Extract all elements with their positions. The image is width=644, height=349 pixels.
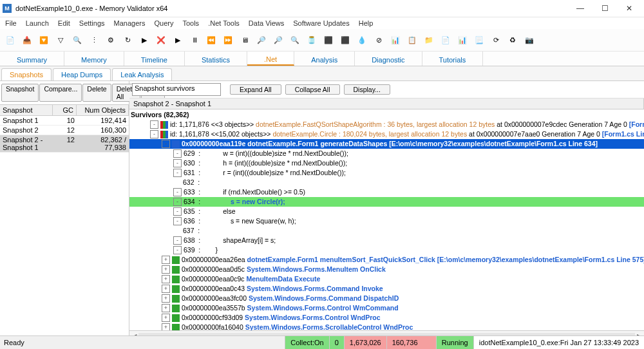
toolbar-btn-25[interactable]: 📁 <box>421 32 437 48</box>
left-btn-compare[interactable]: Compare... <box>39 84 82 102</box>
tree-node[interactable]: -633 : if (rnd.NextDouble() >= 0.5) <box>129 187 644 197</box>
subtab-leakanalysis[interactable]: Leak Analysis <box>112 68 172 80</box>
toolbar-btn-14[interactable]: 🖥 <box>237 32 252 48</box>
expand-icon[interactable]: + <box>162 285 170 293</box>
expand-icon[interactable]: - <box>173 149 182 158</box>
expand-icon[interactable]: - <box>150 120 158 129</box>
expand-icon[interactable]: + <box>162 304 170 312</box>
menu-nettools[interactable]: .Net Tools <box>204 19 243 28</box>
toolbar-btn-19[interactable]: ⬛ <box>321 32 336 48</box>
col-numobjects[interactable]: Num Objects <box>77 105 129 115</box>
table-row[interactable]: Snapshot 2 - Snapshot 11282,362 / 77,938 <box>0 135 129 153</box>
tree-node[interactable]: -0x00000000eaa119e dotnetExample.Form1 g… <box>129 139 644 149</box>
tab-timeline[interactable]: Timeline <box>124 52 185 66</box>
col-snapshot[interactable]: Snapshot <box>0 105 53 115</box>
tab-diagnostic[interactable]: Diagnostic <box>355 52 422 66</box>
toolbar-btn-26[interactable]: 📄 <box>438 32 453 48</box>
toolbar-btn-30[interactable]: ♻ <box>505 32 520 48</box>
expand-icon[interactable]: + <box>162 265 170 274</box>
toolbar-btn-0[interactable]: 📄 <box>3 32 18 48</box>
toolbar-btn-1[interactable]: 📥 <box>19 32 35 48</box>
expand-icon[interactable]: - <box>173 207 182 216</box>
left-btn-delete[interactable]: Delete <box>82 84 111 102</box>
menu-edit[interactable]: Edit <box>54 19 74 28</box>
toolbar-btn-6[interactable]: ⚙ <box>103 32 118 48</box>
expand-icon[interactable]: + <box>162 314 170 322</box>
tab-tutorials[interactable]: Tutorials <box>422 52 484 66</box>
table-row[interactable]: Snapshot 110192,414 <box>0 116 129 126</box>
tab-memory[interactable]: Memory <box>64 52 124 66</box>
expand-icon[interactable]: - <box>162 140 170 148</box>
toolbar-btn-20[interactable]: ⬛ <box>337 32 353 48</box>
menu-dataviews[interactable]: Data Views <box>245 19 288 28</box>
toolbar-btn-27[interactable]: 📊 <box>455 32 470 48</box>
tree-node[interactable]: 632 : <box>129 178 644 187</box>
expand-icon[interactable]: + <box>162 294 170 303</box>
tree-node[interactable]: -id: 1,171,876 <<3 objects>> dotnetExamp… <box>129 120 644 129</box>
toolbar-btn-22[interactable]: ⊘ <box>371 32 386 48</box>
tree-node[interactable]: -639 : } <box>129 245 644 255</box>
toolbar-btn-13[interactable]: ⏩ <box>220 32 236 48</box>
tree-node[interactable]: +0x00000000fa16040 System.Windows.Forms.… <box>129 323 644 330</box>
toolbar-btn-29[interactable]: ⟳ <box>488 32 504 48</box>
expand-icon[interactable]: + <box>162 275 170 283</box>
toolbar-btn-8[interactable]: ▶ <box>137 32 152 48</box>
toolbar-btn-11[interactable]: ⏸ <box>187 32 202 48</box>
survivors-tree[interactable]: Survivors (82,362) -id: 1,171,876 <<3 ob… <box>129 109 644 330</box>
tree-node[interactable]: -636 : s = new Square(w, h); <box>129 216 644 226</box>
minimize-button[interactable]: — <box>568 1 592 16</box>
toolbar-btn-24[interactable]: 📋 <box>404 32 420 48</box>
tab-analysis[interactable]: Analysis <box>294 52 355 66</box>
tree-node[interactable]: +0x00000000eaa0c43 System.Windows.Forms.… <box>129 284 644 294</box>
expand-icon[interactable]: - <box>173 159 182 167</box>
tree-node[interactable]: 637 : <box>129 226 644 236</box>
expand-icon[interactable]: - <box>173 188 182 196</box>
toolbar-btn-21[interactable]: 💧 <box>354 32 370 48</box>
toolbar-btn-5[interactable]: ⋮ <box>86 32 102 48</box>
toolbar-btn-3[interactable]: ▽ <box>53 32 68 48</box>
toolbar-btn-23[interactable]: 📊 <box>388 32 403 48</box>
menu-tools[interactable]: Tools <box>178 19 203 28</box>
col-gc[interactable]: GC <box>53 105 77 115</box>
tree-node[interactable]: -631 : r = (int)((double)size * rnd.Next… <box>129 168 644 178</box>
menu-help[interactable]: Help <box>355 19 377 28</box>
tab-net[interactable]: .Net <box>247 52 294 66</box>
tree-node[interactable]: -634 : s = new Circle(r); <box>129 197 644 207</box>
subtab-heapdumps[interactable]: Heap Dumps <box>53 68 111 80</box>
toolbar-btn-10[interactable]: ▶ <box>170 32 185 48</box>
btn-display[interactable]: Display... <box>344 84 390 95</box>
left-btn-snapshot[interactable]: Snapshot <box>1 84 39 102</box>
tree-node[interactable]: +0x00000000eaa3fc00 System.Windows.Forms… <box>129 294 644 303</box>
toolbar-btn-28[interactable]: 📃 <box>471 32 487 48</box>
expand-icon[interactable]: - <box>173 236 182 245</box>
expand-icon[interactable]: + <box>162 323 170 330</box>
tree-node[interactable]: -629 : w = (int)((double)size * rnd.Next… <box>129 149 644 158</box>
toolbar-btn-15[interactable]: 🔎 <box>254 32 269 48</box>
expand-icon[interactable]: - <box>173 246 182 254</box>
toolbar-btn-17[interactable]: 🔍 <box>287 32 303 48</box>
toolbar-btn-18[interactable]: 🫙 <box>304 32 319 48</box>
expand-icon[interactable]: - <box>173 198 182 206</box>
tree-node[interactable]: +0x00000000eaa0c9c MenuItemData Execute <box>129 274 644 284</box>
subtab-snapshots[interactable]: Snapshots <box>1 68 52 80</box>
toolbar-btn-4[interactable]: 🔍 <box>70 32 85 48</box>
tree-node[interactable]: -635 : else <box>129 207 644 216</box>
filter-combo[interactable]: Snapshot survivors <box>132 83 221 96</box>
menu-file[interactable]: File <box>1 19 21 28</box>
expand-icon[interactable]: - <box>173 169 182 177</box>
tree-node[interactable]: +0x00000000ea3557b System.Windows.Forms.… <box>129 303 644 313</box>
menu-settings[interactable]: Settings <box>75 19 109 28</box>
toolbar-btn-2[interactable]: 🔽 <box>36 32 52 48</box>
expand-icon[interactable]: - <box>173 217 182 225</box>
tree-node[interactable]: -id: 1,161,878 <<15,002 objects>> dotnet… <box>129 129 644 139</box>
tab-statistics[interactable]: Statistics <box>185 52 247 66</box>
table-row[interactable]: Snapshot 212160,300 <box>0 126 129 135</box>
toolbar-btn-7[interactable]: ↻ <box>120 32 135 48</box>
toolbar-btn-9[interactable]: ❌ <box>153 32 169 48</box>
tree-node[interactable]: -630 : h = (int)((double)size * rnd.Next… <box>129 158 644 168</box>
close-button[interactable]: ✕ <box>617 1 641 16</box>
menu-query[interactable]: Query <box>150 19 177 28</box>
btn-expandall[interactable]: Expand All <box>230 84 281 95</box>
tree-node[interactable]: -638 : shapeArray[i] = s; <box>129 236 644 245</box>
toolbar-btn-12[interactable]: ⏪ <box>204 32 219 48</box>
